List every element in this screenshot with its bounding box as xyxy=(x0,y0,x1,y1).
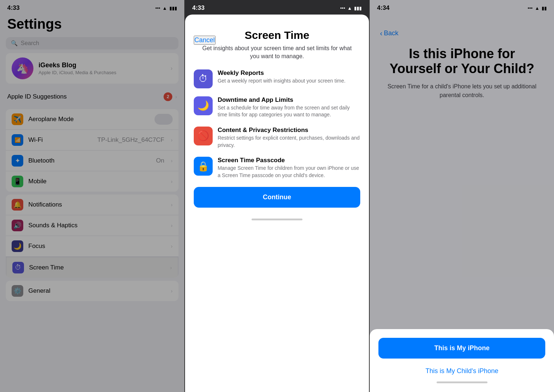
content-desc: Restrict settings for explicit content, … xyxy=(218,135,361,149)
screentime-modal-sheet: Cancel Screen Time Get insights about yo… xyxy=(185,15,369,392)
status-time-2: 4:33 xyxy=(192,4,205,12)
feature-downtime-text: Downtime and App Limits Set a schedule f… xyxy=(218,96,361,119)
feature-item-passcode: 🔒 Screen Time Passcode Manage Screen Tim… xyxy=(194,157,361,179)
passcode-icon: 🔒 xyxy=(194,157,213,176)
status-bar-2: 4:33 ••• ▲ ▮▮▮ xyxy=(185,0,369,14)
feature-weekly-text: Weekly Reports Get a weekly report with … xyxy=(218,69,361,85)
choice-sheet: This is My iPhone This is My Child's iPh… xyxy=(370,329,554,392)
signal-icon-3: ••• xyxy=(527,5,533,11)
content-title: Content & Privacy Restrictions xyxy=(218,127,361,134)
cancel-button[interactable]: Cancel xyxy=(194,36,216,45)
continue-button[interactable]: Continue xyxy=(194,187,361,208)
feature-item-weekly: ⏱ Weekly Reports Get a weekly report wit… xyxy=(194,69,361,88)
modal-subtitle: Get insights about your screen time and … xyxy=(194,44,361,61)
this-is-my-iphone-button[interactable]: This is My iPhone xyxy=(378,338,545,359)
weekly-desc: Get a weekly report with insights about … xyxy=(218,77,361,85)
childs-iphone-button[interactable]: This is My Child's iPhone xyxy=(378,364,545,378)
child-choice-panel: 4:34 ••• ▲ ▮▮ ‹ Back Is this iPhone for … xyxy=(370,0,554,392)
content-restrictions-icon: 🚫 xyxy=(194,127,213,145)
weekly-title: Weekly Reports xyxy=(218,69,361,77)
status-time-3: 4:34 xyxy=(377,4,389,12)
status-icons-3: ••• ▲ ▮▮ xyxy=(527,5,547,11)
screentime-modal-panel: 4:33 ••• ▲ ▮▮▮ Cancel Screen Time Get in… xyxy=(185,0,369,392)
modal-title: Screen Time xyxy=(194,29,361,41)
feature-list: ⏱ Weekly Reports Get a weekly report wit… xyxy=(194,69,361,179)
wifi-icon-2: ▲ xyxy=(347,5,352,11)
status-icons-2: ••• ▲ ▮▮▮ xyxy=(340,5,362,11)
downtime-desc: Set a schedule for time away from the sc… xyxy=(218,104,361,119)
battery-icon-2: ▮▮▮ xyxy=(354,5,362,11)
wifi-icon-3: ▲ xyxy=(535,5,539,11)
battery-icon-3: ▮▮ xyxy=(542,5,547,11)
panel1-overlay xyxy=(0,0,184,392)
home-indicator-2 xyxy=(252,219,302,220)
feature-item-downtime: 🌙 Downtime and App Limits Set a schedule… xyxy=(194,96,361,119)
downtime-icon: 🌙 xyxy=(194,96,213,115)
feature-item-content: 🚫 Content & Privacy Restrictions Restric… xyxy=(194,127,361,149)
feature-passcode-text: Screen Time Passcode Manage Screen Time … xyxy=(218,157,361,179)
settings-panel: 4:33 ••• ▲ ▮▮▮ Settings 🔍 Search 🦄 iGeek… xyxy=(0,0,184,392)
home-indicator-3 xyxy=(437,381,487,383)
signal-icon-2: ••• xyxy=(340,5,345,11)
weekly-reports-icon: ⏱ xyxy=(194,69,213,88)
passcode-desc: Manage Screen Time for children from you… xyxy=(218,165,361,179)
passcode-title: Screen Time Passcode xyxy=(218,157,361,164)
downtime-title: Downtime and App Limits xyxy=(218,96,361,104)
status-bar-3: 4:34 ••• ▲ ▮▮ xyxy=(370,0,554,14)
feature-content-text: Content & Privacy Restrictions Restrict … xyxy=(218,127,361,149)
